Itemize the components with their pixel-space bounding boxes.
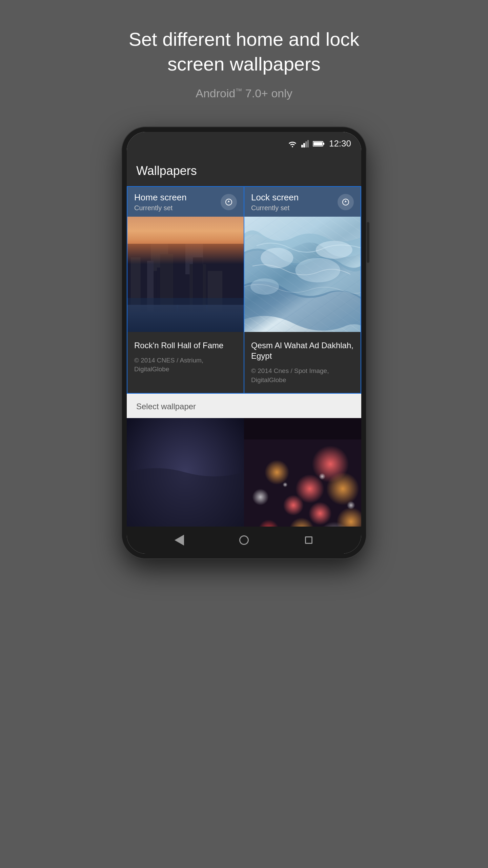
home-screen-status: Currently set xyxy=(134,204,187,212)
svg-rect-5 xyxy=(313,142,322,145)
svg-point-32 xyxy=(252,489,269,505)
home-screen-card[interactable]: Home screen Currently set xyxy=(127,186,244,394)
home-icon xyxy=(239,535,249,545)
svg-rect-26 xyxy=(244,418,361,439)
select-wallpaper-section: Select wallpaper xyxy=(127,394,361,418)
home-wallpaper-image xyxy=(127,217,244,332)
wifi-icon xyxy=(288,140,297,147)
lock-wallpaper-credit: © 2014 Cnes / Spot Image, DigitalGlobe xyxy=(251,367,354,384)
lock-wallpaper-image xyxy=(244,217,361,332)
svg-point-31 xyxy=(283,495,304,515)
select-wallpaper-title: Select wallpaper xyxy=(136,402,196,411)
bokeh-wallpaper-preview xyxy=(244,418,361,527)
android-text: Android xyxy=(196,87,235,100)
svg-point-30 xyxy=(326,472,359,505)
signal-icon xyxy=(301,140,309,147)
page-title: Set different home and lock screen wallp… xyxy=(125,27,363,77)
home-screen-label: Home screen xyxy=(134,192,187,203)
svg-point-19 xyxy=(261,248,293,268)
svg-rect-3 xyxy=(307,140,309,147)
home-card-footer: Rock'n Roll Hall of Fame © 2014 CNES / A… xyxy=(127,332,244,393)
lock-screen-label: Lock screen xyxy=(251,192,299,203)
lock-compass-button[interactable] xyxy=(338,194,354,210)
status-bar: 12:30 xyxy=(127,132,361,156)
svg-point-22 xyxy=(316,241,352,259)
svg-point-29 xyxy=(265,460,289,485)
lock-wallpaper-name: Qesm Al Wahat Ad Dakhlah, Egypt xyxy=(251,340,354,361)
status-time: 12:30 xyxy=(329,138,351,149)
home-card-header: Home screen Currently set xyxy=(127,187,244,217)
dark-wallpaper-preview xyxy=(127,418,244,527)
current-wallpapers-section: Home screen Currently set xyxy=(127,186,361,394)
bokeh-svg xyxy=(244,418,361,527)
svg-rect-1 xyxy=(303,143,305,147)
compass-icon-lock xyxy=(342,198,350,206)
svg-point-33 xyxy=(309,502,332,525)
svg-point-38 xyxy=(319,473,325,479)
version-text: 7.0+ only xyxy=(242,87,292,100)
phone-frame: 12:30 Wallpapers Home screen Currently s… xyxy=(122,127,366,558)
recent-button[interactable] xyxy=(301,532,317,548)
navigation-bar xyxy=(127,527,361,554)
page-subtitle: Android™ 7.0+ only xyxy=(196,87,292,100)
trademark-symbol: ™ xyxy=(235,87,242,94)
home-wallpaper-name: Rock'n Roll Hall of Fame xyxy=(134,340,237,351)
grid-item-bokeh[interactable] xyxy=(244,418,361,527)
ice-mountains-svg xyxy=(244,217,361,332)
compass-icon xyxy=(225,198,233,206)
phone-screen: 12:30 Wallpapers Home screen Currently s… xyxy=(127,132,361,554)
back-icon xyxy=(175,535,184,546)
svg-rect-0 xyxy=(301,145,303,147)
app-title: Wallpapers xyxy=(136,164,197,178)
lock-card-footer: Qesm Al Wahat Ad Dakhlah, Egypt © 2014 C… xyxy=(244,332,361,393)
svg-point-21 xyxy=(250,278,279,295)
battery-icon xyxy=(313,140,325,147)
home-wallpaper-credit: © 2014 CNES / Astrium, DigitalGlobe xyxy=(134,356,237,374)
lock-screen-card[interactable]: Lock screen Currently set xyxy=(244,186,361,394)
lock-card-header: Lock screen Currently set xyxy=(244,187,361,217)
svg-point-40 xyxy=(347,501,355,509)
svg-rect-6 xyxy=(323,143,324,145)
grid-item-dark[interactable] xyxy=(127,418,244,527)
dark-texture-svg xyxy=(127,418,244,527)
wallpaper-grid xyxy=(127,418,361,527)
svg-point-20 xyxy=(295,258,340,282)
home-button[interactable] xyxy=(236,532,252,548)
svg-rect-2 xyxy=(305,141,307,147)
status-icons: 12:30 xyxy=(288,138,351,149)
lock-screen-status: Currently set xyxy=(251,204,299,212)
lock-card-header-text: Lock screen Currently set xyxy=(251,192,299,212)
home-card-header-text: Home screen Currently set xyxy=(134,192,187,212)
svg-point-39 xyxy=(283,482,288,487)
back-button[interactable] xyxy=(171,532,187,548)
app-bar: Wallpapers xyxy=(127,156,361,186)
home-compass-button[interactable] xyxy=(221,194,237,210)
recent-icon xyxy=(305,536,312,544)
